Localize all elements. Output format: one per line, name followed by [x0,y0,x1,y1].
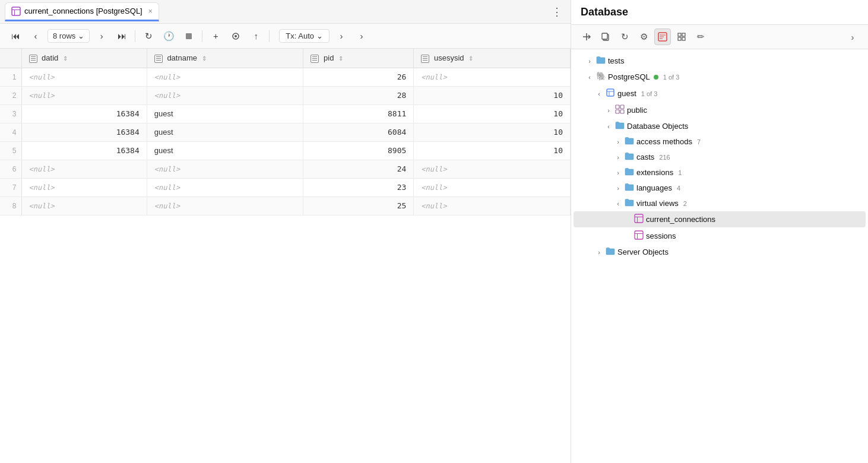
tree-item-public[interactable]: › public [574,102,866,118]
tx-label: Tx: Auto [286,31,314,40]
add-connection-button[interactable] [578,28,595,45]
table-row[interactable]: 8<null><null>25<null> [0,196,571,215]
last-row-button[interactable]: ⏭ [113,28,130,45]
cell-datid: 16384 [21,104,147,123]
rows-dropdown[interactable]: 8 rows ⌄ [47,29,90,43]
tree-icon-db-objects [615,121,625,131]
tree-item-current-connections[interactable]: current_connections [574,211,866,227]
history-button[interactable]: 🕐 [160,28,177,45]
tree-chevron-icon: › [614,154,622,161]
tree-item-sessions[interactable]: sessions [574,228,866,244]
rows-label: 8 rows [53,31,75,40]
col-header-usesysid[interactable]: usesysid ⇕ [414,49,571,68]
table-row[interactable]: 416384guest608410 [0,123,571,141]
col-header-datid[interactable]: datid ⇕ [21,49,147,68]
tree-item-guest[interactable]: ‹ guest1 of 3 [574,85,866,102]
tab-current-connections[interactable]: current_connections [PostgreSQL] × [5,2,159,21]
row-num-header [0,49,21,68]
tree-item-label: tests [608,56,624,65]
tree-item-postgresql[interactable]: ‹🐘PostgreSQL1 of 3 [574,69,866,85]
tree-chevron-icon: ‹ [595,90,603,97]
database-tree: › tests‹🐘PostgreSQL1 of 3‹ guest1 of 3› … [571,49,868,463]
toolbar-divider-1 [135,30,135,42]
tree-item-server-objects[interactable]: › Server Objects [574,245,866,259]
tab-menu-button[interactable]: ⋮ [548,3,566,21]
collapse-panel-button[interactable]: › [844,28,861,45]
cell-pid: 26 [303,68,414,86]
tree-icon-casts [625,152,634,162]
tree-item-languages[interactable]: › languages4 [574,180,866,195]
copy-button[interactable] [597,28,614,45]
cell-pid: 8905 [303,141,414,160]
left-panel: current_connections [PostgreSQL] × ⋮ ⏮ ‹… [0,0,571,463]
col-header-pid[interactable]: pid ⇕ [303,49,414,68]
edit-button[interactable]: ✏ [692,28,709,45]
cell-usesysid: 10 [414,86,571,104]
table-row[interactable]: 7<null><null>23<null> [0,178,571,196]
col-icon-datid [29,55,37,63]
console-button[interactable] [654,28,671,45]
tree-icon-postgresql: 🐘 [596,71,606,83]
tree-chevron-icon: › [614,185,622,192]
tree-item-badge: 216 [659,154,670,161]
tree-icon-languages [625,183,634,193]
table-row[interactable]: 316384guest881110 [0,104,571,123]
svg-rect-3 [186,33,192,39]
refresh-button[interactable]: ↻ [140,28,157,45]
tree-item-virtual-views[interactable]: ‹ virtual views2 [574,196,866,211]
cell-pid: 8811 [303,104,414,123]
row-number: 7 [0,178,21,196]
cell-usesysid: 10 [414,123,571,141]
svg-rect-25 [620,110,624,113]
next-row-button[interactable]: › [93,28,110,45]
database-panel-header: Database [571,0,868,25]
database-title: Database [581,6,628,18]
table-row[interactable]: 1<null><null>26<null> [0,68,571,86]
cell-datname: <null> [147,178,303,196]
tree-item-tests[interactable]: › tests [574,53,866,68]
right-toolbar: ↻ ⚙ ✏ › [571,25,868,49]
cell-datid: <null> [21,68,147,86]
tab-bar: current_connections [PostgreSQL] × ⋮ [0,0,571,24]
tree-item-label: Server Objects [617,248,669,256]
cell-datname: guest [147,141,303,160]
svg-rect-23 [620,105,624,109]
table-row[interactable]: 6<null><null>24<null> [0,160,571,178]
upload-button[interactable]: ↑ [248,28,264,45]
cell-datid: 16384 [21,141,147,160]
table-row[interactable]: 2<null><null>2810 [0,86,571,104]
cell-datname: guest [147,123,303,141]
table-row[interactable]: 516384guest890510 [0,141,571,160]
add-row-button[interactable]: + [207,28,224,45]
cell-datname: <null> [147,160,303,178]
grid-button[interactable] [673,28,690,45]
clone-row-button[interactable] [227,28,244,45]
tree-item-casts[interactable]: › casts216 [574,150,866,164]
rollback-button[interactable]: › [353,28,370,45]
settings-button[interactable]: ⚙ [635,28,652,45]
cell-datid: <null> [21,196,147,215]
tree-item-extensions[interactable]: › extensions1 [574,165,866,180]
commit-button[interactable]: › [333,28,350,45]
tree-item-label: Database Objects [627,122,688,131]
cell-usesysid: 10 [414,104,571,123]
stop-button[interactable] [180,28,197,45]
row-number: 2 [0,86,21,104]
tree-item-badge: 1 of 3 [663,74,680,81]
svg-rect-14 [678,33,681,36]
tab-close-button[interactable]: × [148,7,153,15]
tree-item-access-methods[interactable]: › access methods7 [574,134,866,149]
tx-dropdown[interactable]: Tx: Auto ⌄ [279,29,330,43]
tree-icon-public [615,104,625,116]
tree-chevron-icon: ‹ [614,200,622,207]
row-number: 6 [0,160,21,178]
svg-rect-19 [607,89,614,96]
col-header-datname[interactable]: datname ⇕ [147,49,303,68]
tree-item-db-objects[interactable]: ‹ Database Objects [574,119,866,134]
svg-text:🐘: 🐘 [596,71,606,81]
data-table: datid ⇕ datname ⇕ pid ⇕ [0,49,571,215]
data-toolbar: ⏮ ‹ 8 rows ⌄ › ⏭ ↻ 🕐 + ↑ Tx: Auto ⌄ › › [0,24,571,49]
refresh-tree-button[interactable]: ↻ [616,28,633,45]
first-row-button[interactable]: ⏮ [7,28,24,45]
prev-row-button[interactable]: ‹ [27,28,44,45]
